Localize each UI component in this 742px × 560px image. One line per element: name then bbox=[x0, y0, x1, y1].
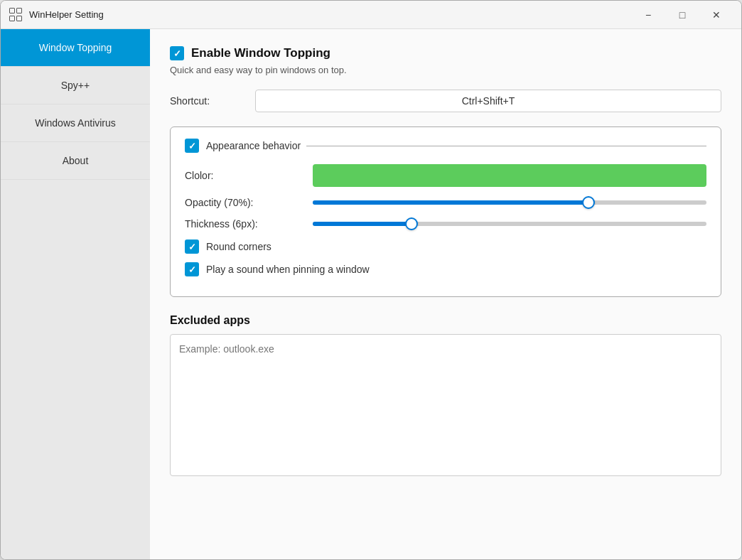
appearance-box: Appearance behavior Clolor: Opactity (70… bbox=[170, 126, 721, 297]
opacity-slider[interactable] bbox=[313, 200, 706, 205]
main-window: WinHelper Setting − □ ✕ Window Topping S… bbox=[0, 0, 742, 560]
maximize-button[interactable]: □ bbox=[666, 4, 699, 26]
appearance-header: Appearance behavior bbox=[185, 139, 706, 153]
enable-subtitle: Quick and easy way to pin windows on top… bbox=[170, 65, 721, 75]
round-corners-checkbox[interactable] bbox=[185, 239, 199, 254]
titlebar: WinHelper Setting − □ ✕ bbox=[1, 1, 741, 29]
sidebar-item-spy[interactable]: Spy++ bbox=[1, 67, 150, 104]
enable-checkbox[interactable] bbox=[170, 46, 184, 60]
content-area: Window Topping Spy++ Windows Antivirus A… bbox=[1, 29, 741, 559]
thickness-fill bbox=[313, 222, 412, 226]
opacity-row: Opactity (70%): bbox=[185, 197, 706, 208]
thickness-slider[interactable] bbox=[313, 222, 706, 226]
play-sound-label: Play a sound when pinning a window bbox=[206, 264, 370, 275]
sidebar-item-about[interactable]: About bbox=[1, 142, 150, 180]
color-row: Clolor: bbox=[185, 164, 706, 187]
thickness-thumb[interactable] bbox=[405, 217, 418, 230]
play-sound-row: Play a sound when pinning a window bbox=[185, 262, 706, 276]
thickness-row: Thickness (6px): bbox=[185, 218, 706, 230]
window-controls: − □ ✕ bbox=[632, 4, 733, 26]
shortcut-input[interactable] bbox=[255, 90, 721, 112]
app-icon bbox=[9, 8, 23, 22]
sidebar-item-window-topping[interactable]: Window Topping bbox=[1, 29, 150, 67]
enable-title: Enable Window Topping bbox=[191, 46, 330, 60]
minimize-button[interactable]: − bbox=[632, 4, 665, 26]
opacity-fill bbox=[313, 200, 588, 205]
opacity-thumb[interactable] bbox=[582, 196, 595, 209]
round-corners-row: Round corners bbox=[185, 239, 706, 254]
appearance-checkbox[interactable] bbox=[185, 139, 199, 153]
play-sound-checkbox[interactable] bbox=[185, 262, 199, 276]
sidebar: Window Topping Spy++ Windows Antivirus A… bbox=[1, 29, 150, 559]
excluded-title: Excluded apps bbox=[170, 314, 721, 327]
excluded-input[interactable] bbox=[170, 334, 721, 476]
color-swatch[interactable] bbox=[313, 164, 706, 187]
opacity-label: Opactity (70%): bbox=[185, 197, 313, 208]
shortcut-label: Shortcut: bbox=[170, 95, 255, 107]
window-title: WinHelper Setting bbox=[29, 9, 632, 20]
excluded-section: Excluded apps bbox=[170, 314, 721, 479]
shortcut-row: Shortcut: bbox=[170, 90, 721, 112]
thickness-label: Thickness (6px): bbox=[185, 218, 313, 230]
main-panel: Enable Window Topping Quick and easy way… bbox=[150, 29, 741, 559]
color-label: Clolor: bbox=[185, 170, 313, 181]
appearance-title: Appearance behavior bbox=[206, 140, 301, 151]
appearance-divider bbox=[306, 146, 706, 146]
close-button[interactable]: ✕ bbox=[700, 4, 733, 26]
enable-section-header: Enable Window Topping bbox=[170, 46, 721, 60]
round-corners-label: Round corners bbox=[206, 241, 271, 252]
sidebar-item-windows-antivirus[interactable]: Windows Antivirus bbox=[1, 104, 150, 142]
